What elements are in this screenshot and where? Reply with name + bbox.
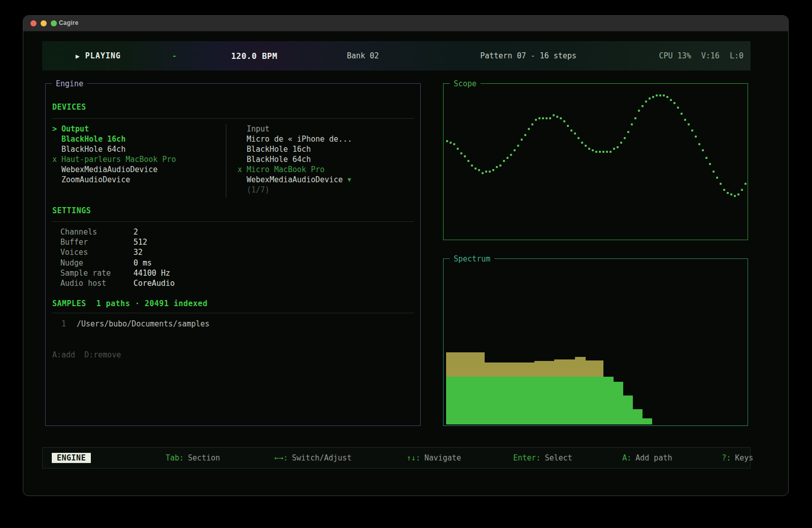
system-stats: CPU 13% V:16 L:0 (659, 51, 743, 60)
scope-dot (499, 164, 501, 167)
transport-dash: - (172, 51, 177, 60)
zoom-button[interactable] (51, 20, 57, 26)
input-device-item[interactable]: WebexMediaAudioDevice ▼ (238, 175, 351, 185)
key-tab: Tab: (165, 453, 184, 463)
close-button[interactable] (30, 20, 37, 26)
spectrum-bar-olive (534, 361, 554, 377)
transport-status-label: PLAYING (85, 51, 121, 60)
scope-dot (645, 101, 647, 103)
key-left-right-icon: ←→: (274, 453, 288, 463)
scope-dot (734, 195, 736, 197)
scope-dot (656, 94, 658, 96)
scope-dot (446, 140, 448, 142)
output-device-item[interactable]: BlackHole 16ch (52, 134, 125, 144)
scope-waveform (444, 84, 747, 239)
scope-dot (457, 148, 459, 150)
scope-dot (567, 125, 569, 127)
key-question: ?: (722, 453, 731, 463)
scope-dot (517, 145, 519, 147)
scope-dot (606, 151, 608, 153)
transport-status: ▶ PLAYING (76, 51, 121, 60)
scope-dot (531, 123, 533, 125)
cpu-usage: CPU 13% (659, 51, 691, 60)
scope-dot (663, 94, 665, 96)
scope-dot (588, 148, 590, 150)
scope-dot (563, 120, 565, 122)
scope-dot (538, 117, 540, 119)
titlebar[interactable]: Cagire (23, 16, 788, 31)
scope-dot (610, 151, 612, 153)
bpm-display[interactable]: 120.0 BPM (231, 51, 277, 61)
scope-dot (745, 183, 747, 185)
app-window: Cagire ▶ PLAYING - 120.0 BPM Bank 02 Pat… (23, 15, 789, 496)
scope-dot (560, 117, 562, 119)
input-device-item[interactable]: Micro de « iPhone de... (238, 134, 352, 144)
settings-heading: SETTINGS (52, 206, 91, 215)
scope-dot (585, 145, 587, 147)
scope-dot (492, 169, 494, 171)
scope-dot (681, 113, 683, 115)
scope-dot (592, 149, 594, 151)
minimize-button[interactable] (41, 20, 47, 26)
key-enter: Enter: (513, 453, 540, 463)
scope-dot (634, 117, 636, 119)
output-device-item[interactable]: x Haut-parleurs MacBook Pro (52, 154, 176, 164)
spectrum-bars (444, 259, 747, 425)
output-device-item[interactable]: BlackHole 64ch (52, 144, 125, 154)
input-device-item[interactable]: BlackHole 64ch (238, 154, 311, 164)
spectrum-bar-green (633, 409, 642, 424)
scope-dot (627, 131, 629, 133)
input-device-item[interactable]: x Micro MacBook Pro (238, 164, 325, 175)
scope-dot (727, 192, 729, 194)
scope-dot (684, 119, 686, 121)
scope-dot (709, 163, 711, 165)
setting-row[interactable]: Buffer 512 (60, 237, 147, 247)
key-a: A: (622, 453, 631, 463)
spectrum-bar-green (586, 377, 603, 424)
scope-dot (713, 171, 715, 173)
separator (52, 221, 414, 222)
input-column-header[interactable]: Input (238, 124, 269, 134)
output-device-item[interactable]: WebexMediaAudioDevice (52, 164, 158, 175)
scope-dot (716, 177, 718, 179)
key-up-down-icon: ↑↓: (407, 453, 420, 463)
scope-dot (528, 128, 530, 130)
spectrum-bar-olive (446, 352, 485, 377)
scope-dot (620, 142, 622, 144)
voice-count: V:16 (701, 51, 720, 60)
setting-row[interactable]: Channels 2 (60, 227, 138, 237)
setting-row[interactable]: Voices 32 (60, 247, 143, 257)
engine-panel-title: Engine (52, 79, 87, 89)
setting-row[interactable]: Nudge 0 ms (60, 258, 152, 268)
dropdown-icon[interactable]: ▼ (348, 175, 351, 185)
output-column-header[interactable]: > Output (52, 124, 89, 134)
spectrum-bar-green (485, 377, 534, 424)
scope-dot (570, 129, 572, 131)
bank-display[interactable]: Bank 02 (347, 51, 379, 60)
scope-dot (546, 117, 548, 119)
scope-dot (730, 193, 732, 195)
scope-dot (659, 94, 661, 96)
spectrum-bar-olive (586, 360, 603, 377)
keyhint-keys: ?:Keys (694, 444, 753, 472)
scope-dot (450, 142, 452, 144)
scope-dot (595, 151, 597, 153)
scope-dot (666, 96, 668, 98)
scope-dot (514, 149, 516, 151)
spectrum-bar-green (642, 418, 652, 424)
input-device-item[interactable]: BlackHole 16ch (238, 144, 311, 154)
scope-dot (723, 189, 725, 191)
scope-dot (702, 149, 704, 151)
output-device-item[interactable]: ZoomAudioDevice (52, 175, 130, 185)
scope-dot (617, 146, 619, 148)
scope-dot (673, 102, 675, 104)
sample-path-row[interactable]: 1 /Users/bubo/Documents/samples (61, 319, 210, 329)
separator (52, 118, 414, 119)
setting-row[interactable]: Audio host CoreAudio (60, 278, 175, 288)
scope-dot (485, 171, 487, 173)
pattern-display[interactable]: Pattern 07 - 16 steps (480, 51, 577, 60)
setting-row[interactable]: Sample rate 44100 Hz (60, 268, 170, 278)
scope-dot (737, 193, 739, 195)
scope-dot (503, 160, 505, 162)
scope-dot (467, 160, 469, 162)
